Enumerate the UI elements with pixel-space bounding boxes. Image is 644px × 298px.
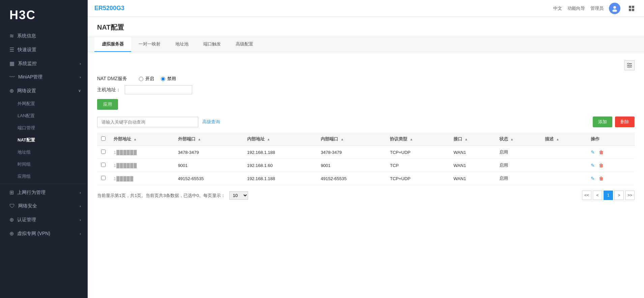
- add-button[interactable]: 添加: [593, 117, 612, 127]
- sidebar: H3C ≋ 系统信息 ☰ 快速设置 ▦ 系统监控 › 〰 MiniAP管理 › …: [0, 0, 88, 298]
- row2-int-port: 9001: [317, 159, 386, 172]
- dmz-row: NAT DMZ服务 开启 禁用: [97, 76, 635, 82]
- tab-addr-pool[interactable]: 地址池: [168, 37, 196, 52]
- row2-edit-icon[interactable]: ✎: [591, 163, 595, 168]
- language-selector[interactable]: 中文: [553, 5, 562, 11]
- search-input[interactable]: [97, 117, 198, 127]
- sidebar-item-app-group[interactable]: 应用组: [0, 170, 88, 183]
- select-all-checkbox[interactable]: [101, 136, 106, 141]
- sidebar-item-addr-group[interactable]: 地址组: [0, 146, 88, 158]
- sidebar-item-port-mgmt[interactable]: 端口管理: [0, 122, 88, 134]
- sidebar-item-wan-config[interactable]: 外网配置: [0, 98, 88, 110]
- host-address-input[interactable]: [125, 85, 192, 94]
- svg-rect-10: [630, 65, 631, 66]
- per-page-select[interactable]: 10 20 50 100: [229, 191, 248, 200]
- row3-delete-icon[interactable]: 🗑: [599, 176, 604, 181]
- chevron-down-icon: ∨: [78, 89, 81, 93]
- auth-icon: ⊕: [9, 217, 14, 223]
- tab-one-to-one[interactable]: 一对一映射: [131, 37, 168, 52]
- row1-checkbox[interactable]: [101, 150, 106, 154]
- sidebar-item-network-security[interactable]: 🛡 网络安全 ›: [0, 199, 88, 213]
- page-title: NAT配置: [97, 23, 635, 32]
- sidebar-item-vpn[interactable]: ⊕ 虚拟专网 (VPN) ›: [0, 227, 88, 240]
- row2-interface: WAN1: [449, 159, 495, 172]
- tab-virtual-server[interactable]: 虚拟服务器: [94, 37, 131, 52]
- topbar: ER5200G3 中文 功能向导 管理员: [88, 0, 644, 17]
- column-settings-button[interactable]: [624, 60, 635, 70]
- sidebar-item-miniap[interactable]: 〰 MiniAP管理 ›: [0, 70, 88, 84]
- sort-arrow-int-addr: ▲: [267, 137, 270, 141]
- page-prev-btn[interactable]: <: [593, 191, 602, 200]
- page-first-btn[interactable]: <<: [582, 191, 591, 200]
- svg-rect-11: [628, 66, 630, 68]
- dmz-enable-radio[interactable]: [139, 77, 143, 81]
- sidebar-item-network-settings[interactable]: ⊕ 网络设置 ∨: [0, 84, 88, 98]
- col-action: 操作: [587, 133, 635, 146]
- svg-rect-3: [632, 6, 634, 8]
- table-header-row: 外部地址 ▲ 外部端口 ▲ 内部地址 ▲ 内部端口: [97, 133, 635, 146]
- feature-guide-link[interactable]: 功能向导: [567, 5, 585, 11]
- svg-rect-2: [629, 6, 631, 8]
- svg-point-1: [612, 9, 617, 12]
- svg-rect-4: [629, 9, 631, 11]
- row1-delete-icon[interactable]: 🗑: [599, 150, 604, 155]
- sidebar-item-lan-config[interactable]: LAN配置: [0, 110, 88, 122]
- row3-checkbox-cell: [97, 172, 110, 185]
- page-next-btn[interactable]: >: [614, 191, 624, 200]
- page-last-btn[interactable]: >>: [625, 191, 635, 200]
- sidebar-item-internet-behavior[interactable]: ⊞ 上网行为管理 ›: [0, 186, 88, 199]
- avatar[interactable]: [609, 3, 620, 14]
- col-internal-port: 内部端口 ▲: [317, 133, 386, 146]
- table-row: 1█████ 49152-65535 192.168.1.188 49152-6…: [97, 172, 635, 185]
- row1-ext-addr: 1██████: [110, 146, 174, 159]
- quick-setup-icon: ☰: [9, 46, 14, 53]
- row3-int-addr: 192.168.1.188: [243, 172, 317, 185]
- settings-corner: [97, 60, 635, 70]
- tab-port-trigger[interactable]: 端口触发: [196, 37, 228, 52]
- row2-checkbox-cell: [97, 159, 110, 172]
- pagination-info: 当前显示第1页，共1页。当前页共3条数据，已选中0。每页显示： 10 20 50…: [97, 191, 582, 200]
- page-1-btn[interactable]: 1: [604, 191, 613, 200]
- sidebar-item-system-monitor[interactable]: ▦ 系统监控 ›: [0, 57, 88, 70]
- svg-rect-9: [628, 63, 629, 64]
- device-model: ER5200G3: [94, 5, 553, 12]
- row3-actions: ✎ 🗑: [587, 172, 635, 185]
- row1-int-port: 3478-3479: [317, 146, 386, 159]
- chevron-right-icon3: ›: [80, 191, 81, 195]
- sort-arrow-iface: ▲: [465, 137, 468, 141]
- apply-button[interactable]: 应用: [97, 99, 118, 110]
- sidebar-item-nat-config[interactable]: NAT配置: [0, 134, 88, 146]
- row3-desc: [541, 172, 587, 185]
- sidebar-item-quick-setup[interactable]: ☰ 快速设置: [0, 43, 88, 57]
- delete-button[interactable]: 删除: [615, 117, 635, 127]
- table-row: 1██████ 9001 192.168.1.60 9001 TCP WAN1 …: [97, 159, 635, 172]
- row1-interface: WAN1: [449, 146, 495, 159]
- row3-checkbox[interactable]: [101, 176, 106, 180]
- sidebar-item-system-info[interactable]: ≋ 系统信息: [0, 29, 88, 43]
- row2-status: 启用: [495, 159, 541, 172]
- row1-int-addr: 192.168.1.188: [243, 146, 317, 159]
- sidebar-item-auth-mgmt[interactable]: ⊕ 认证管理 ›: [0, 213, 88, 227]
- sort-arrow-status: ▲: [510, 137, 514, 141]
- content-body: NAT DMZ服务 开启 禁用 主机地址：: [88, 52, 644, 298]
- dmz-radio-group: 开启 禁用: [139, 76, 176, 82]
- dmz-section: NAT DMZ服务 开启 禁用 主机地址：: [97, 76, 635, 110]
- admin-label[interactable]: 管理员: [590, 5, 604, 11]
- row3-edit-icon[interactable]: ✎: [591, 176, 595, 181]
- advanced-search-link[interactable]: 高级查询: [202, 119, 220, 125]
- col-interface: 接口 ▲: [449, 133, 495, 146]
- dmz-disable-radio[interactable]: [161, 77, 165, 81]
- row2-int-addr: 192.168.1.60: [243, 159, 317, 172]
- row2-checkbox[interactable]: [101, 163, 106, 167]
- tabs: 虚拟服务器 一对一映射 地址池 端口触发 高级配置: [88, 37, 644, 52]
- dmz-disable-option[interactable]: 禁用: [161, 76, 176, 82]
- topbar-actions: 中文 功能向导 管理员: [553, 3, 637, 14]
- svg-rect-5: [632, 9, 634, 11]
- row1-edit-icon[interactable]: ✎: [591, 150, 595, 155]
- dmz-enable-option[interactable]: 开启: [139, 76, 154, 82]
- topbar-extra-icon[interactable]: [626, 3, 637, 14]
- row2-delete-icon[interactable]: 🗑: [599, 163, 604, 168]
- content-area: NAT配置 虚拟服务器 一对一映射 地址池 端口触发 高级配置: [88, 17, 644, 298]
- tab-advanced[interactable]: 高级配置: [228, 37, 261, 52]
- sidebar-item-time-group[interactable]: 时间组: [0, 158, 88, 170]
